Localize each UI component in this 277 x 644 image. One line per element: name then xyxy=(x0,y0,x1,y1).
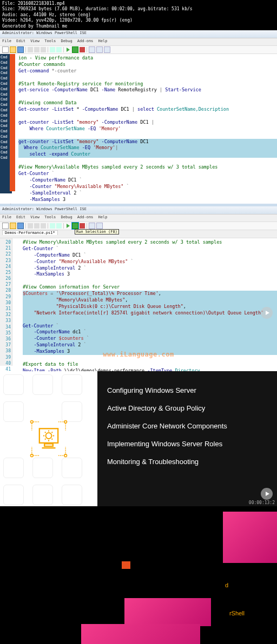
toolbar xyxy=(0,46,277,54)
svg-point-15 xyxy=(46,433,52,439)
new-icon[interactable] xyxy=(2,223,9,229)
meta-video: Video: h264, yuv420p, 1280x720, 30.00 fp… xyxy=(2,18,275,23)
open-icon[interactable] xyxy=(10,223,16,229)
redo-icon[interactable] xyxy=(56,223,62,229)
breakpoint-strip xyxy=(10,54,15,191)
menu-help[interactable]: Help xyxy=(98,39,108,43)
menu-addons[interactable]: Add-ons xyxy=(77,39,94,43)
meta-file: File: 20160822183011.mp4 xyxy=(2,1,275,6)
run-icon[interactable] xyxy=(65,47,71,52)
menu-file[interactable]: File xyxy=(2,39,11,43)
copy-icon[interactable] xyxy=(34,223,39,229)
menu-view[interactable]: View xyxy=(30,215,39,219)
topic-item: Active Directory & Group Policy xyxy=(107,404,267,412)
cut-icon[interactable] xyxy=(28,223,33,229)
menubar[interactable]: File Edit View Tools Debug Add-ons Help xyxy=(0,214,277,222)
copy-icon[interactable] xyxy=(34,47,39,52)
save-icon[interactable] xyxy=(17,46,24,53)
monitor-gear-icon xyxy=(28,418,70,460)
svg-rect-13 xyxy=(44,444,53,446)
new-icon[interactable] xyxy=(2,46,9,53)
meta-size: Size: 7969234 bytes (7.60 MiB), duration… xyxy=(2,6,275,12)
stop-icon[interactable] xyxy=(80,223,85,229)
watermark: www.iLanguage.com xyxy=(103,350,174,359)
svg-line-23 xyxy=(51,439,52,440)
script-pane[interactable]: CmdCmdCmd CmdCmdCmd CmdCmdCmd CmdCmdCmd … xyxy=(0,54,277,191)
topic-item: Configuring Windows Server xyxy=(107,386,267,394)
run-selection-icon[interactable] xyxy=(72,46,78,53)
layout2-icon[interactable] xyxy=(96,46,103,53)
script-pane[interactable]: 2021222324252627282930313233343536373839… xyxy=(0,238,277,364)
svg-line-22 xyxy=(45,439,46,440)
topic-item: Monitoring & Troubleshooting xyxy=(107,458,267,466)
menu-view[interactable]: View xyxy=(30,39,39,43)
svg-point-3 xyxy=(64,454,67,457)
layout2-icon[interactable] xyxy=(96,223,103,229)
menu-debug[interactable]: Debug xyxy=(61,215,72,219)
play-overlay-icon[interactable] xyxy=(261,488,273,500)
toolbar: Run Selection (F8) xyxy=(0,222,277,230)
rect-pink-2 xyxy=(124,598,211,626)
cut-icon[interactable] xyxy=(28,47,33,52)
course-topics-slide: Configuring Windows Server Active Direct… xyxy=(0,371,277,506)
powershell-ise-window-1: Administrator: Windows PowerShell ISE Fi… xyxy=(0,30,277,206)
timestamp: 00:00:13:2 xyxy=(249,500,275,505)
paste-icon[interactable] xyxy=(41,223,46,229)
run-icon[interactable] xyxy=(65,223,71,229)
meta-audio: Audio: aac, 44100 Hz, stereo (eng) xyxy=(2,12,275,18)
save-icon[interactable] xyxy=(17,223,24,229)
run-selection-icon[interactable] xyxy=(72,223,78,229)
svg-line-21 xyxy=(51,432,52,433)
topic-item: Implementing Windows Server Roles xyxy=(107,440,267,448)
layout-icon[interactable] xyxy=(89,46,95,53)
tab-active[interactable]: Demos-Performance.ps1* xyxy=(2,230,58,235)
code-area[interactable]: ion - View performance data#Counter comm… xyxy=(0,54,277,204)
menu-file[interactable]: File xyxy=(2,215,11,219)
label-fragment-1: d xyxy=(225,582,228,588)
slide-graphic-panel xyxy=(0,371,97,506)
powershell-ise-window-2: Administrator: Windows PowerShell ISE Fi… xyxy=(0,206,277,371)
menu-debug[interactable]: Debug xyxy=(61,39,72,43)
rect-orange-small xyxy=(122,561,130,569)
menu-tools[interactable]: Tools xyxy=(44,39,56,43)
label-fragment-2: rShell xyxy=(229,610,245,616)
meta-gen: Generated by Thumbnail me xyxy=(2,24,275,29)
play-overlay-icon[interactable] xyxy=(261,307,273,319)
topic-item: Administer Core Network Components xyxy=(107,422,267,430)
titlebar[interactable]: Administrator: Windows PowerShell ISE xyxy=(0,206,277,214)
svg-point-1 xyxy=(64,420,67,423)
video-metadata: File: 20160822183011.mp4 Size: 7969234 b… xyxy=(0,0,277,30)
menu-edit[interactable]: Edit xyxy=(16,39,25,43)
titlebar[interactable]: Administrator: Windows PowerShell ISE xyxy=(0,30,277,38)
open-icon[interactable] xyxy=(10,46,16,53)
menu-tools[interactable]: Tools xyxy=(44,215,56,219)
layout3-icon[interactable] xyxy=(104,46,110,53)
gutter: 2021222324252627282930313233343536373839… xyxy=(0,238,12,366)
undo-icon[interactable] xyxy=(50,47,55,52)
layout-icon[interactable] xyxy=(89,223,95,229)
menu-help[interactable]: Help xyxy=(98,215,108,219)
tab-strip[interactable]: Demos-Performance.ps1* xyxy=(0,230,277,238)
paste-icon[interactable] xyxy=(41,47,46,52)
menubar[interactable]: File Edit View Tools Debug Add-ons Help xyxy=(0,38,277,46)
menu-addons[interactable]: Add-ons xyxy=(77,215,94,219)
menu-edit[interactable]: Edit xyxy=(16,215,25,219)
svg-line-20 xyxy=(45,432,46,433)
rect-pink-3 xyxy=(81,624,200,644)
svg-point-2 xyxy=(30,454,33,457)
svg-point-0 xyxy=(30,420,33,423)
redo-icon[interactable] xyxy=(56,47,62,52)
title-animation-slide: d rShell 00:01:5:9 xyxy=(0,506,277,644)
tooltip: Run Selection (F8) xyxy=(75,229,119,234)
stop-icon[interactable] xyxy=(80,47,85,52)
undo-icon[interactable] xyxy=(50,223,55,229)
rect-pink-1 xyxy=(223,512,277,563)
